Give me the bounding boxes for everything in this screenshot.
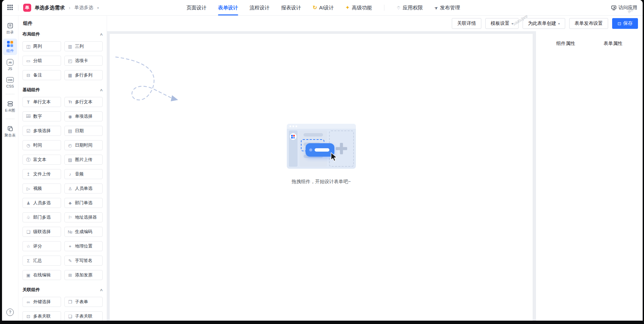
component-item[interactable]: ♪ 音频 [64, 169, 103, 179]
component-item[interactable]: ❏ 子表关联 [64, 311, 103, 321]
tab-form-properties[interactable]: 表单属性 [604, 41, 623, 47]
component-item[interactable]: ❐ 子表单 [64, 297, 103, 307]
section-header[interactable]: 基础组件 ∧ [22, 87, 103, 93]
nav-tab[interactable]: 报表设计 [281, 0, 301, 15]
component-item[interactable]: ◫ 两列 [22, 41, 61, 51]
tab-component-properties[interactable]: 组件属性 [556, 41, 575, 47]
nav-tab[interactable]: ♤ 应用权限 [396, 0, 423, 15]
component-item[interactable]: ◷ 时间 [22, 140, 61, 150]
sidebar-item-js[interactable]: JS JS [3, 57, 17, 72]
address-pin-icon: ⚐ [68, 215, 73, 220]
er-diagram-icon [7, 100, 13, 107]
three-columns-icon: ▥ [68, 44, 73, 49]
shield-check-icon: ♤ [396, 5, 401, 10]
chevron-down-icon[interactable]: ▾ [97, 6, 99, 10]
component-grid: T 单行文本 Tt 多行文本 123 数字 [22, 97, 103, 280]
section-header[interactable]: 布局组件 ∧ [22, 31, 103, 37]
image-upload-icon: ▨ [68, 158, 73, 162]
time-icon: ◷ [26, 143, 31, 148]
apps-grid-icon[interactable] [7, 5, 13, 11]
signature-icon: ✎ [68, 259, 73, 263]
toolbar-button[interactable]: 关联详情 [452, 18, 481, 29]
code-number-icon: № [68, 230, 73, 234]
component-grid: ◫ 两列 ▥ 三列 ▭ 分组 [22, 41, 103, 80]
sidebar-item-catalog[interactable]: 目录 [3, 20, 17, 37]
geolocation-icon: ⌖ [68, 244, 73, 249]
sigma-icon: Σ [26, 259, 31, 263]
nav-tab[interactable]: 表单设计 [218, 0, 238, 15]
component-item[interactable]: ♧ 部门多选 [22, 212, 61, 222]
note-icon: ⊟ [26, 73, 31, 77]
toolbar-button[interactable]: 表单发布设置 [569, 18, 608, 29]
left-rail: 目录 组件 JS JS CSS CSS E-R图 [2, 16, 18, 321]
chevron-down-icon: ▾ [558, 22, 560, 25]
component-item[interactable]: ∞ 外键选择 [22, 297, 61, 307]
component-item[interactable]: ♣ 部门单选 [64, 198, 103, 208]
top-header: 单 单选多选需求 › 单选多选 ▾ 页面设计 表单设计 [2, 0, 643, 16]
toolbar-button[interactable]: 为此表单创建 ▾ [523, 18, 565, 29]
component-item[interactable]: ▷ 视频 [22, 183, 61, 194]
component-item[interactable]: ❏ 级联选择 [22, 227, 61, 237]
component-item[interactable]: ◰ 选项卡 [64, 56, 103, 66]
component-item[interactable]: ⊞ 添加发票 [64, 270, 103, 280]
help-icon[interactable]: ? [6, 309, 14, 316]
nav-tab[interactable]: ↻ AI设计 [313, 0, 334, 15]
multi-table-icon: ⊡ [26, 314, 31, 319]
multi-grid-icon: ▦ [68, 73, 73, 77]
save-icon: ⊡ [618, 21, 621, 26]
component-item[interactable]: ♙ 人员单选 [64, 183, 103, 194]
component-item[interactable]: ▣ 在线编辑 [22, 270, 61, 280]
canvas-area: 拖拽组件，开始设计表单吧~ [107, 31, 536, 321]
component-item[interactable]: ◴ 日期时间 [64, 140, 103, 150]
nav-right-group: ♤ 应用权限 ➤ 发布管理 [396, 0, 460, 15]
sidebar-item-er-diagram[interactable]: E-R图 [3, 98, 17, 115]
component-item[interactable]: ☑ 多项选择 [22, 126, 61, 136]
datetime-icon: ◴ [68, 143, 73, 148]
component-item[interactable]: ▤ 日期 [64, 126, 103, 136]
component-item[interactable]: ▦ 多行多列 [64, 70, 103, 80]
component-item[interactable]: ▥ 三列 [64, 41, 103, 51]
sidebar-item-aggregate-table[interactable]: 聚合表 [3, 123, 17, 140]
component-item[interactable]: ♟ 人员多选 [22, 198, 61, 208]
component-item[interactable]: ▨ 图片上传 [64, 155, 103, 165]
sidebar-item-css[interactable]: CSS CSS [3, 74, 17, 90]
dept-icon: ♣ [68, 201, 73, 205]
component-item[interactable]: ✎ 手写签名 [64, 256, 103, 266]
app-window: 单 单选多选需求 › 单选多选 ▾ 页面设计 表单设计 [2, 0, 643, 321]
send-icon: ➤ [433, 5, 439, 11]
nav-tab[interactable]: 流程设计 [250, 0, 270, 15]
nav-tab[interactable]: ➤ 发布管理 [434, 0, 460, 15]
access-app-button[interactable]: 访问应用 [611, 5, 637, 11]
monitor-arrow-icon [611, 5, 616, 10]
section-header[interactable]: 关联组件 ∧ [22, 287, 103, 293]
component-item[interactable]: T 单行文本 [22, 97, 61, 107]
component-item[interactable]: Tt 多行文本 [64, 97, 103, 107]
component-item[interactable]: ☆ 评分 [22, 241, 61, 251]
textarea-icon: Tt [68, 100, 73, 104]
component-item[interactable]: ↥ 文件上传 [22, 169, 61, 179]
sidebar-item-components[interactable]: 组件 [3, 39, 17, 55]
toolbar-button[interactable]: 模板设置 ▾ [485, 18, 519, 29]
component-item[interactable]: ⌖ 地理位置 [64, 241, 103, 251]
component-item[interactable]: № 生成编码 [64, 227, 103, 237]
section-layout-components: 布局组件 ∧ ◫ 两列 ▥ 三列 [22, 31, 103, 80]
component-item[interactable]: ⊟ 备注 [22, 70, 61, 80]
subform-icon: ❐ [68, 300, 73, 304]
form-canvas-sheet[interactable]: 拖拽组件，开始设计表单吧~ [110, 34, 533, 321]
chevron-down-icon: ▾ [512, 22, 513, 25]
component-item[interactable]: 123 数字 [22, 111, 61, 121]
empty-state-illustration [287, 124, 356, 169]
component-item[interactable]: ◉ 单项选择 [64, 111, 103, 121]
rail-divider [6, 119, 14, 119]
nav-tab[interactable]: 页面设计 [186, 0, 207, 15]
toolbar-button[interactable]: ⊡ 保存 [612, 18, 638, 29]
component-item[interactable]: Ⓣ 富文本 [22, 155, 61, 165]
component-item[interactable]: Σ 汇总 [22, 256, 61, 266]
tab-icon: ◰ [68, 59, 73, 63]
component-item[interactable]: ▭ 分组 [22, 56, 61, 66]
component-item[interactable]: ⊡ 多表关联 [22, 311, 61, 321]
page-name[interactable]: 单选多选 [74, 5, 93, 11]
richtext-icon: Ⓣ [26, 158, 31, 162]
component-item[interactable]: ⚐ 地址选择器 [64, 212, 103, 222]
nav-tab[interactable]: ✦ 高级功能 [345, 0, 372, 15]
